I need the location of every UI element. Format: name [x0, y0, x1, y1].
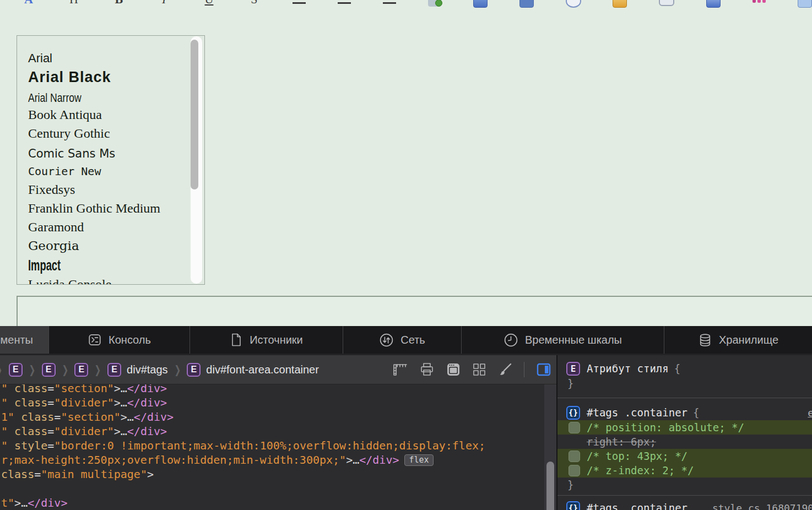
- font-option[interactable]: Lucida Console: [28, 277, 111, 285]
- font-option[interactable]: Fixedsys: [28, 182, 75, 197]
- history-clock-icon[interactable]: [566, 0, 581, 8]
- breadcrumb-item[interactable]: E: [42, 363, 56, 377]
- breadcrumb-item[interactable]: Ediv#font-area.container: [187, 363, 319, 377]
- toolbar-separator: [524, 362, 524, 377]
- property-checkbox[interactable]: [569, 465, 580, 476]
- style-rule-header[interactable]: EАтрибут стиля{: [557, 361, 812, 376]
- color-dots-icon[interactable]: [753, 0, 766, 7]
- dom-tree-pane[interactable]: " class="section">…</div>" class="divide…: [0, 384, 556, 510]
- code-token: ": [1, 384, 14, 395]
- style-property-row[interactable]: right: 6px;: [557, 435, 812, 449]
- dom-tree-line[interactable]: [1, 481, 556, 496]
- font-color-icon[interactable]: A: [22, 0, 35, 7]
- bold-icon[interactable]: B: [112, 0, 126, 7]
- breadcrumb-item[interactable]: E: [74, 363, 88, 377]
- stylesheet-link[interactable]: ex: [808, 407, 812, 419]
- stylesheet-link[interactable]: style_cs.168071908: [712, 502, 812, 510]
- dom-tree-line[interactable]: " style="border:0 !important;max-width:1…: [1, 438, 556, 453]
- dom-tree-line[interactable]: " class="section">…</div>: [1, 384, 556, 395]
- align-center-icon[interactable]: [338, 0, 351, 7]
- window-icon[interactable]: [446, 362, 461, 377]
- print-icon[interactable]: [419, 362, 435, 377]
- screen: AHBIUS ArialArial BlackArial NarrowBook …: [0, 0, 812, 510]
- comment-bubble-icon[interactable]: [659, 0, 674, 6]
- font-picker-list[interactable]: ArialArial BlackArial NarrowBook Antiqua…: [17, 35, 205, 285]
- tab-elements[interactable]: Элементы: [0, 326, 48, 354]
- font-option[interactable]: Georgia: [28, 238, 79, 253]
- underline-icon[interactable]: U: [203, 0, 216, 7]
- font-option[interactable]: Century Gothic: [28, 126, 110, 141]
- breadcrumb-item[interactable]: Ediv#tags: [107, 363, 168, 377]
- dom-tree-scroll-thumb[interactable]: [546, 462, 554, 510]
- tab-sources[interactable]: Источники: [190, 326, 343, 354]
- italic-icon[interactable]: I: [158, 0, 171, 7]
- align-right-icon[interactable]: [383, 0, 396, 7]
- property-checkbox[interactable]: [569, 422, 580, 433]
- tab-console[interactable]: Консоль: [48, 326, 190, 354]
- header-style-icon[interactable]: H: [67, 0, 80, 7]
- code-token: 1": [1, 410, 21, 424]
- dom-tree-line[interactable]: 1" class="section">…</div>: [1, 410, 556, 424]
- property-text[interactable]: /* top: 43px; */: [587, 449, 688, 463]
- dom-tree-line[interactable]: " class="divider">…</div>: [1, 395, 556, 410]
- strikethrough-icon[interactable]: S: [247, 0, 261, 7]
- style-rule-header[interactable]: {}#tags .containerstyle_cs.168071908: [557, 500, 812, 510]
- content-box: [17, 296, 812, 326]
- style-selector[interactable]: Атрибут стиля: [587, 362, 669, 375]
- font-option[interactable]: Courier New: [28, 165, 101, 178]
- style-rule-header[interactable]: {}#tags .container{ex: [557, 405, 812, 420]
- code-token: =: [47, 439, 54, 452]
- style-property-row[interactable]: /* z-index: 2; */: [557, 463, 812, 478]
- font-list-scroll-thumb[interactable]: [191, 40, 198, 189]
- font-option[interactable]: Book Antiqua: [28, 107, 102, 122]
- book-icon[interactable]: [473, 0, 488, 8]
- property-text[interactable]: /* position: absolute; */: [587, 420, 744, 435]
- dom-tree-line[interactable]: class="main multipage">: [1, 467, 556, 481]
- dom-tree-scrollbar[interactable]: [544, 384, 556, 510]
- dom-tree-line[interactable]: " class="divider">…</div>: [1, 424, 556, 438]
- property-text[interactable]: right: 6px;: [587, 435, 656, 449]
- code-token: "divider": [54, 396, 113, 409]
- style-property-row[interactable]: /* position: absolute; */: [557, 420, 812, 435]
- font-option[interactable]: Garamond: [28, 220, 84, 235]
- font-option[interactable]: Arial Black: [28, 69, 111, 86]
- font-option[interactable]: Arial Narrow: [28, 91, 82, 105]
- ruler-icon[interactable]: [392, 362, 408, 377]
- breadcrumb-item[interactable]: E: [9, 363, 23, 377]
- breadcrumb: ❯E❯E❯E❯Ediv#tags❯Ediv#font-area.containe…: [0, 363, 319, 377]
- storage-icon: [698, 333, 712, 348]
- font-option[interactable]: Comic Sans Ms: [28, 147, 115, 160]
- print-icon[interactable]: [519, 0, 534, 8]
- dock-side-icon[interactable]: [535, 362, 552, 377]
- archive-box-icon[interactable]: [613, 0, 627, 8]
- code-token: class: [14, 396, 47, 409]
- address-book-icon[interactable]: [706, 0, 721, 8]
- code-token: >…: [114, 384, 127, 395]
- breadcrumb-label: div#font-area.container: [206, 363, 319, 376]
- insert-link-icon[interactable]: [428, 0, 441, 7]
- font-option[interactable]: Impact: [28, 257, 61, 274]
- align-left-icon[interactable]: [293, 0, 306, 7]
- property-text[interactable]: /* z-index: 2; */: [587, 463, 694, 478]
- font-option[interactable]: Franklin Gothic Medium: [28, 201, 160, 216]
- breadcrumb-bar: ❯E❯E❯E❯Ediv#tags❯Ediv#font-area.containe…: [0, 355, 556, 384]
- tab-network[interactable]: Сеть: [343, 326, 461, 354]
- style-selector[interactable]: #tags .container: [587, 406, 688, 419]
- document-icon[interactable]: [798, 0, 812, 8]
- code-token: </div>: [134, 410, 174, 424]
- flex-badge[interactable]: flex: [404, 454, 433, 466]
- paintbrush-icon[interactable]: [497, 362, 513, 377]
- dom-tree-lines: " class="section">…</div>" class="divide…: [0, 384, 556, 510]
- tab-storage[interactable]: Хранилище: [664, 326, 812, 354]
- font-option[interactable]: Arial: [28, 51, 52, 66]
- dom-tree-line[interactable]: r;max-height:250px;overflow:hidden;min-w…: [1, 453, 556, 467]
- style-property-row[interactable]: /* top: 43px; */: [557, 449, 812, 463]
- tab-label: Сеть: [400, 334, 425, 346]
- grid-overlay-icon[interactable]: [472, 362, 486, 377]
- dom-tree-line[interactable]: t">…</div>: [1, 496, 556, 510]
- tab-timelines[interactable]: Временные шкалы: [461, 326, 664, 354]
- property-checkbox[interactable]: [569, 451, 580, 462]
- code-token: </div>: [359, 453, 399, 466]
- font-list-scrollbar[interactable]: [191, 36, 202, 284]
- style-selector[interactable]: #tags .container: [587, 502, 688, 510]
